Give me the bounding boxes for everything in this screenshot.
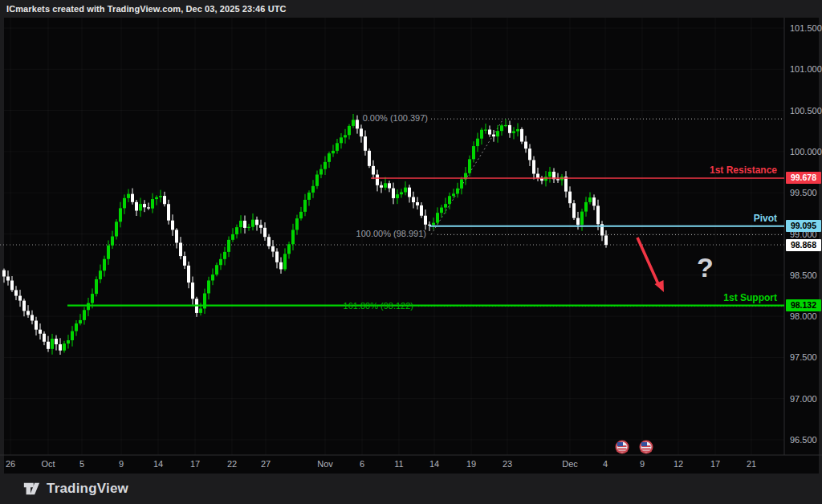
- fib-100-percent-label: 100.00% (98.991): [356, 229, 426, 238]
- time-tick-label: 14: [423, 459, 446, 469]
- tradingview-logo[interactable]: TradingView: [22, 480, 128, 498]
- price-tick-label: 97.000: [790, 394, 817, 404]
- time-tick-label: 4: [594, 459, 616, 469]
- price-tick-label: 100.000: [790, 147, 822, 156]
- time-tick-label: 26: [0, 459, 22, 469]
- time-tick-label: Oct: [37, 459, 59, 469]
- pivot-price-badge: 99.095: [786, 220, 821, 232]
- footer-bar: TradingView: [0, 474, 822, 504]
- last-price-badge: 98.868: [786, 239, 821, 251]
- price-tick-label: 101.000: [790, 64, 822, 74]
- time-tick-label: 6: [351, 459, 373, 469]
- price-tick-label: 98.000: [790, 311, 817, 321]
- price-tick-label: 98.500: [790, 270, 817, 280]
- tradingview-logo-icon: [22, 480, 40, 498]
- resistance-price-badge: 99.678: [786, 172, 821, 184]
- price-tick-label: 101.500: [790, 23, 822, 33]
- time-tick-label: 12: [667, 459, 690, 469]
- support-level-label: 1st Support: [723, 292, 777, 303]
- time-tick-label: 17: [184, 459, 206, 469]
- time-tick-label: 9: [631, 459, 653, 469]
- support-price-badge: 98.132: [786, 299, 821, 311]
- tradingview-chart-window: ICmarkets created with TradingView.com, …: [0, 0, 822, 504]
- time-tick-label: 9: [110, 459, 132, 469]
- time-tick-label: 14: [147, 459, 169, 469]
- price-tick-label: 96.500: [790, 435, 817, 445]
- time-tick-label: 21: [740, 459, 763, 469]
- fib-161-percent-label: 161.80% (98.122): [344, 301, 413, 311]
- tradingview-brand-text: TradingView: [47, 481, 128, 497]
- time-tick-label: 27: [254, 459, 277, 469]
- time-tick-label: Nov: [314, 459, 336, 469]
- price-tick-label: 97.500: [790, 352, 817, 362]
- fib-0-percent-label: 0.00% (100.397): [363, 113, 428, 123]
- question-mark-annotation: ?: [697, 252, 714, 283]
- us-flag-event-icon[interactable]: [641, 441, 653, 453]
- time-tick-label: 5: [71, 459, 93, 469]
- resistance-level-label: 1st Resistance: [710, 165, 777, 176]
- pivot-level-label: Pivot: [754, 213, 777, 224]
- us-flag-event-icon[interactable]: [616, 441, 629, 453]
- price-tick-label: 100.500: [790, 106, 822, 116]
- time-tick-label: 17: [704, 459, 726, 469]
- time-tick-label: 11: [388, 459, 410, 469]
- time-tick-label: 22: [221, 459, 243, 469]
- time-tick-label: 19: [460, 459, 482, 469]
- time-tick-label: Dec: [559, 459, 581, 469]
- time-tick-label: 23: [496, 459, 519, 469]
- chart-attribution-text: ICmarkets created with TradingView.com, …: [6, 4, 287, 14]
- price-tick-label: 99.500: [790, 188, 817, 197]
